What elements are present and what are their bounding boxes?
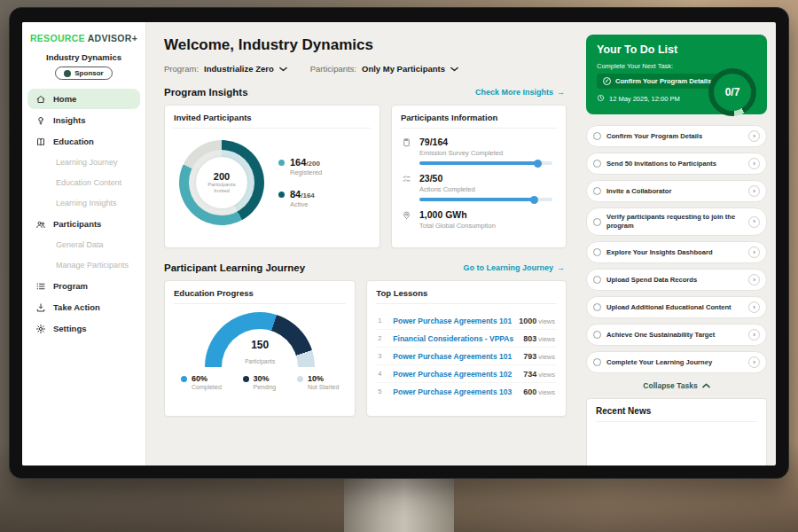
donut-center-value: 200 — [214, 171, 230, 182]
todo-summary-card: Your To Do List Complete Your Next Task:… — [586, 35, 767, 114]
task-row-verify-participants[interactable]: Verify participants requesting to join t… — [586, 207, 767, 236]
sidebar-item-participants[interactable]: Participants — [27, 214, 140, 234]
gauge-center-label: 150 Participants — [205, 339, 315, 367]
checkbox-icon[interactable] — [593, 132, 601, 140]
top-lessons-card: Top Lessons 1 Power Purchase Agreements … — [366, 280, 567, 417]
book-icon — [35, 136, 46, 147]
checkbox-icon[interactable] — [593, 358, 601, 366]
lesson-link[interactable]: Power Purchase Agreements 101 — [393, 317, 512, 325]
sidebar-item-general-data[interactable]: General Data — [27, 235, 140, 254]
lesson-link[interactable]: Power Purchase Agreements 103 — [393, 387, 516, 396]
sponsor-icon — [64, 70, 71, 77]
chevron-right-icon[interactable]: › — [748, 274, 760, 286]
legend-pending: 30% Pending — [243, 374, 277, 390]
collapse-tasks-button[interactable]: Collapse Tasks — [586, 381, 767, 390]
legend-not-started: 10% Not Started — [297, 374, 339, 390]
checkbox-icon[interactable] — [593, 303, 601, 311]
monitor-bezel: RESOURCE ADVISOR+ Industry Dynamics Spon… — [9, 7, 789, 479]
program-dropdown-value: Industrialize Zero — [204, 64, 274, 74]
legend-dot-active — [278, 192, 285, 198]
task-row-invite-collaborator[interactable]: Invite a Collaborator › — [586, 180, 767, 202]
lesson-link[interactable]: Power Purchase Agreements 101 — [393, 352, 516, 361]
go-to-learning-journey-link[interactable]: Go to Learning Journey → — [463, 263, 565, 272]
sidebar-item-insights[interactable]: Insights — [27, 110, 140, 130]
participants-dropdown-value: Only My Participants — [362, 64, 445, 74]
emission-survey-progress-bar — [419, 161, 552, 165]
download-action-icon — [35, 301, 46, 313]
chevron-up-icon — [702, 381, 710, 390]
task-row-explore-insights[interactable]: Explore Your Insights Dashboard › — [586, 241, 767, 263]
task-row-achieve-sustainability-target[interactable]: Achieve One Sustainability Target › — [586, 324, 767, 346]
chevron-right-icon[interactable]: › — [748, 329, 760, 340]
task-row-upload-educational-content[interactable]: Upload Additional Educational Content › — [586, 296, 767, 318]
task-row-complete-learning-journey[interactable]: Complete Your Learning Journey › — [586, 351, 767, 373]
chevron-right-icon[interactable]: › — [748, 301, 760, 313]
todo-progress-ring: 0/7 — [708, 68, 756, 116]
gear-icon — [35, 323, 46, 334]
sponsor-label: Sponsor — [74, 69, 103, 77]
chevron-right-icon[interactable]: › — [748, 356, 760, 368]
checkbox-icon[interactable] — [593, 160, 601, 168]
education-progress-card-title: Education Progress — [174, 288, 346, 304]
task-list: Confirm Your Program Details › Send 50 I… — [586, 125, 767, 379]
check-more-insights-link[interactable]: Check More Insights → — [475, 88, 565, 97]
home-icon — [35, 93, 46, 105]
checkbox-icon[interactable] — [593, 248, 601, 256]
participants-dropdown-label: Participants: — [310, 64, 356, 74]
donut-center-caption: Participants Invited — [196, 182, 247, 195]
sidebar-nav: Home Insights Education Learning Journey… — [22, 89, 145, 339]
map-pin-icon — [401, 209, 412, 234]
sidebar-item-education[interactable]: Education — [27, 131, 140, 152]
participants-information-card-title: Participants Information — [401, 113, 557, 129]
legend-active: 84/164 Active — [278, 189, 322, 208]
lesson-link[interactable]: Power Purchase Agreements 102 — [393, 370, 516, 379]
invited-participants-card: Invited Participants 200 Participants In… — [164, 105, 380, 248]
checkbox-icon[interactable] — [593, 218, 601, 226]
program-insights-title: Program Insights — [164, 87, 248, 98]
gauge-legend: 60% Completed 30% Pending 10% Not Starte… — [174, 374, 346, 390]
program-insights-header: Program Insights Check More Insights → — [164, 87, 567, 98]
sidebar-item-settings[interactable]: Settings — [27, 318, 140, 339]
sidebar-item-education-content[interactable]: Education Content — [27, 173, 140, 192]
list-icon — [35, 280, 46, 292]
sidebar-item-learning-journey[interactable]: Learning Journey — [27, 153, 140, 172]
legend-completed: 60% Completed — [181, 374, 222, 390]
task-row-confirm-program-details[interactable]: Confirm Your Program Details › — [586, 125, 767, 147]
task-row-send-invitations[interactable]: Send 50 Invitations to Participants › — [586, 153, 767, 175]
clipboard-icon — [401, 137, 412, 165]
program-dropdown[interactable]: Program: Industrialize Zero — [164, 64, 287, 74]
logo-advisor-text: ADVISOR+ — [88, 33, 137, 43]
task-row-upload-spend-data[interactable]: Upload Spend Data Records › — [586, 269, 767, 291]
clock-icon — [597, 94, 605, 104]
checkbox-icon[interactable] — [593, 276, 601, 284]
lesson-row-5: 5 Power Purchase Agreements 103 600views — [376, 383, 557, 400]
chevron-right-icon[interactable]: › — [748, 185, 760, 197]
chevron-down-icon — [279, 64, 287, 74]
sidebar-item-learning-insights[interactable]: Learning Insights — [27, 193, 140, 213]
metric-emission-survey: 79/164 Emission Survey Completed — [401, 137, 557, 165]
actions-completed-progress-bar — [419, 198, 552, 201]
checklist-icon — [401, 173, 412, 201]
app-logo: RESOURCE ADVISOR+ — [22, 33, 145, 43]
metric-global-consumption: 1,000 GWh Total Global Consumption — [401, 209, 557, 234]
checkbox-icon[interactable] — [593, 187, 601, 195]
sidebar-item-take-action[interactable]: Take Action — [27, 297, 140, 317]
sidebar-item-program[interactable]: Program — [27, 276, 140, 296]
people-icon — [35, 218, 46, 230]
legend-registered: 164/200 Registered — [278, 157, 322, 176]
chevron-right-icon[interactable]: › — [748, 216, 760, 228]
sidebar-item-manage-participants[interactable]: Manage Participants — [27, 255, 140, 275]
lesson-row-3: 3 Power Purchase Agreements 101 793views — [376, 348, 557, 365]
chevron-right-icon[interactable]: › — [748, 130, 760, 142]
participants-dropdown[interactable]: Participants: Only My Participants — [310, 64, 458, 74]
checkbox-icon[interactable] — [593, 331, 601, 339]
lesson-link[interactable]: Financial Considerations - VPPAs — [393, 334, 516, 343]
sidebar-item-home[interactable]: Home — [27, 89, 140, 109]
chevron-right-icon[interactable]: › — [748, 246, 760, 258]
lightbulb-icon — [35, 114, 46, 126]
monitor-stand — [344, 477, 454, 532]
sponsor-badge[interactable]: Sponsor — [55, 66, 112, 80]
recent-news-title: Recent News — [596, 406, 757, 422]
next-task-pill[interactable]: ✓ Confirm Your Program Details — [597, 74, 719, 89]
chevron-right-icon[interactable]: › — [748, 158, 760, 169]
